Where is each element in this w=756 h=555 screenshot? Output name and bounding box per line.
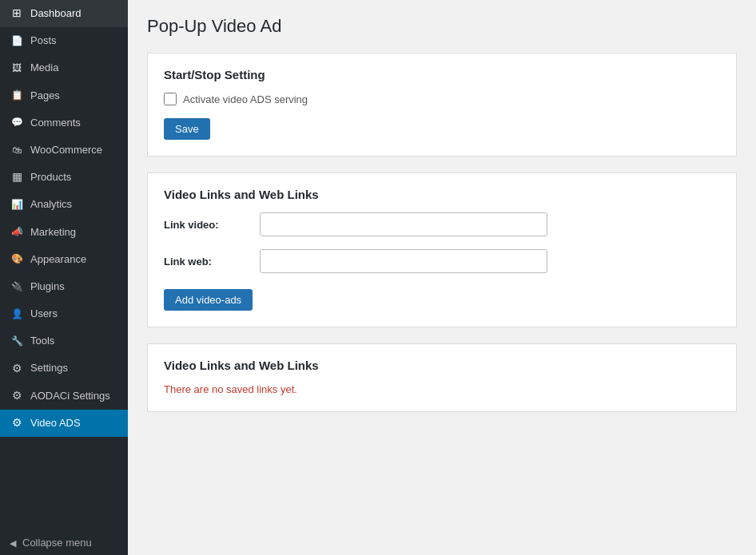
appearance-icon — [10, 252, 24, 267]
sidebar-item-video-ads[interactable]: Video ADS — [0, 410, 128, 437]
collapse-menu[interactable]: Collapse menu — [0, 530, 128, 555]
video-ads-icon — [10, 416, 24, 430]
link-web-input[interactable] — [260, 249, 547, 273]
sidebar-item-label-pages: Pages — [30, 89, 60, 103]
activate-checkbox-row: Activate video ADS serving — [164, 93, 720, 105]
posts-icon — [10, 34, 24, 48]
dashboard-icon — [10, 6, 24, 21]
sidebar-item-label-dashboard: Dashboard — [30, 6, 82, 21]
sidebar-item-media[interactable]: Media — [0, 54, 128, 81]
tools-icon — [10, 334, 24, 348]
start-stop-box: Start/Stop Setting Activate video ADS se… — [147, 53, 737, 157]
sidebar-item-woocommerce[interactable]: WooCommerce — [0, 137, 128, 164]
sidebar-item-pages[interactable]: Pages — [0, 82, 128, 109]
settings-icon — [10, 362, 24, 376]
analytics-icon — [10, 197, 24, 212]
video-links-saved-box: Video Links and Web Links There are no s… — [147, 343, 737, 412]
sidebar-item-aodaci-settings[interactable]: AODACi Settings — [0, 383, 128, 410]
no-links-text: There are no saved links yet. — [164, 383, 720, 395]
sidebar-item-settings[interactable]: Settings — [0, 355, 128, 382]
sidebar-item-label-media: Media — [30, 61, 58, 75]
link-web-row: Link web: — [164, 249, 720, 273]
sidebar-item-label-analytics: Analytics — [30, 197, 72, 212]
video-links-section2-title: Video Links and Web Links — [164, 359, 720, 372]
add-video-ads-button[interactable]: Add video-ads — [164, 289, 253, 311]
sidebar: DashboardPostsMediaPagesCommentsWooComme… — [0, 0, 128, 555]
sidebar-item-marketing[interactable]: Marketing — [0, 219, 128, 246]
sidebar-item-users[interactable]: Users — [0, 300, 128, 327]
activate-label[interactable]: Activate video ADS serving — [183, 93, 308, 105]
sidebar-item-label-appearance: Appearance — [30, 252, 86, 267]
collapse-icon — [10, 537, 16, 549]
marketing-icon — [10, 225, 24, 240]
sidebar-item-label-video-ads: Video ADS — [30, 416, 81, 430]
sidebar-item-label-tools: Tools — [30, 334, 54, 348]
pages-icon — [10, 89, 24, 103]
sidebar-item-plugins[interactable]: Plugins — [0, 273, 128, 300]
woocommerce-icon — [10, 143, 24, 157]
aodaci-settings-icon — [10, 389, 24, 403]
plugins-icon — [10, 279, 24, 294]
sidebar-item-label-posts: Posts — [30, 34, 57, 48]
sidebar-item-posts[interactable]: Posts — [0, 27, 128, 54]
start-stop-title: Start/Stop Setting — [164, 68, 720, 81]
sidebar-item-analytics[interactable]: Analytics — [0, 191, 128, 218]
sidebar-item-label-aodaci-settings: AODACi Settings — [30, 389, 110, 403]
collapse-label: Collapse menu — [22, 537, 92, 549]
sidebar-item-label-products: Products — [30, 170, 71, 184]
sidebar-item-products[interactable]: Products — [0, 164, 128, 191]
video-links-section1-title: Video Links and Web Links — [164, 188, 720, 201]
link-video-input[interactable] — [260, 212, 547, 236]
media-icon — [10, 61, 24, 75]
comments-icon — [10, 116, 24, 130]
sidebar-item-label-woocommerce: WooCommerce — [30, 143, 102, 157]
sidebar-item-label-comments: Comments — [30, 116, 81, 130]
sidebar-item-dashboard[interactable]: Dashboard — [0, 0, 128, 27]
main-content: Pop-Up Video Ad Start/Stop Setting Activ… — [128, 0, 756, 555]
sidebar-item-appearance[interactable]: Appearance — [0, 246, 128, 273]
activate-checkbox[interactable] — [164, 93, 177, 105]
sidebar-item-label-users: Users — [30, 307, 58, 321]
sidebar-item-comments[interactable]: Comments — [0, 109, 128, 137]
users-icon — [10, 307, 24, 321]
products-icon — [10, 170, 24, 184]
video-links-input-box: Video Links and Web Links Link video: Li… — [147, 172, 737, 327]
sidebar-item-label-plugins: Plugins — [30, 279, 65, 294]
save-button[interactable]: Save — [164, 118, 210, 140]
page-title: Pop-Up Video Ad — [147, 16, 737, 37]
link-web-label: Link web: — [164, 256, 260, 268]
sidebar-item-label-settings: Settings — [30, 361, 68, 375]
sidebar-item-label-marketing: Marketing — [30, 225, 76, 240]
link-video-row: Link video: — [164, 212, 720, 236]
sidebar-item-tools[interactable]: Tools — [0, 327, 128, 355]
link-video-label: Link video: — [164, 219, 260, 231]
